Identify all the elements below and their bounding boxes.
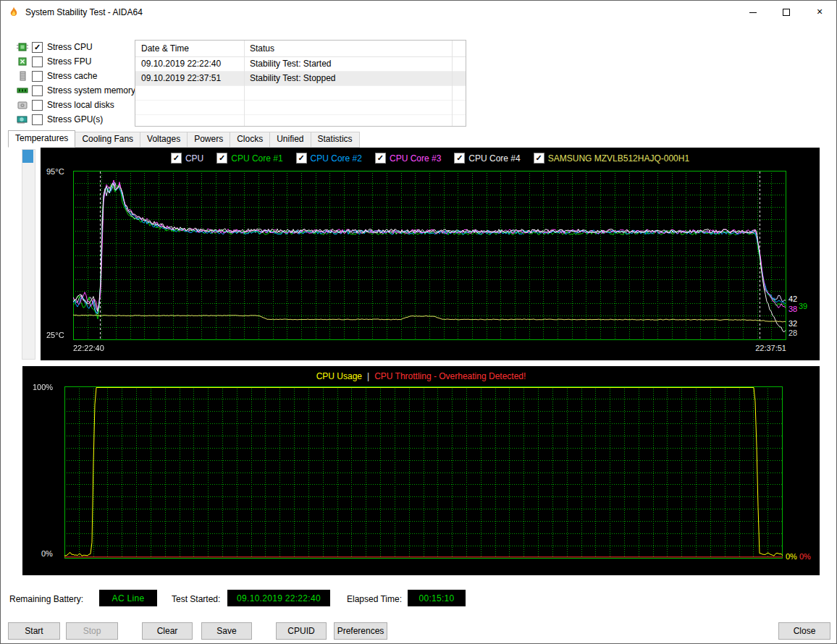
- close-button[interactable]: ×: [803, 1, 836, 24]
- log-column-datetime[interactable]: Date & Time: [141, 41, 243, 56]
- cpu-usage-chart-panel: CPU Usage | CPU Throttling - Overheating…: [22, 366, 820, 575]
- stress-option-cpu[interactable]: Stress CPU: [17, 40, 135, 54]
- window-title: System Stability Test - AIDA64: [25, 7, 143, 17]
- stress-option-memory[interactable]: Stress system memory: [17, 83, 135, 98]
- log-column-divider: [452, 41, 453, 126]
- stress-cpu-label: Stress CPU: [47, 42, 93, 52]
- log-row-empty: [135, 86, 466, 101]
- stress-memory-checkbox[interactable]: [32, 85, 43, 96]
- legend-label: CPU Core #1: [231, 153, 282, 164]
- aida64-flame-icon: [8, 7, 20, 18]
- tab-temperatures[interactable]: Temperatures: [8, 130, 75, 148]
- temp-end-values: 4239383228: [788, 148, 820, 360]
- start-button[interactable]: Start: [8, 622, 60, 640]
- legend-checkbox[interactable]: [375, 153, 386, 164]
- stress-option-cache[interactable]: Stress cache: [17, 69, 135, 83]
- stress-cache-checkbox[interactable]: [32, 71, 43, 82]
- temp-scale-slider-thumb[interactable]: [22, 150, 33, 163]
- log-row-stopped[interactable]: 09.10.2019 22:37:51 Stability Test: Stop…: [135, 72, 466, 86]
- legend-checkbox[interactable]: [216, 153, 227, 164]
- close-dialog-button[interactable]: Close: [778, 622, 830, 640]
- test-started-value-display: 09.10.2019 22:22:40: [227, 590, 330, 606]
- temp-xend-label: 22:37:51: [755, 344, 786, 352]
- tab-voltages[interactable]: Voltages: [140, 132, 188, 148]
- stress-memory-label: Stress system memory: [47, 85, 135, 96]
- usage-chart-title: CPU Usage | CPU Throttling - Overheating…: [22, 371, 820, 381]
- temperature-chart: [73, 171, 786, 340]
- stress-cache-label: Stress cache: [47, 71, 97, 81]
- legend-checkbox[interactable]: [296, 153, 307, 164]
- usage-ymin-label: 0%: [41, 549, 53, 558]
- legend-checkbox[interactable]: [171, 153, 182, 164]
- legend-item[interactable]: CPU Core #4: [454, 153, 520, 164]
- tab-statistics[interactable]: Statistics: [311, 132, 360, 148]
- preferences-button[interactable]: Preferences: [334, 622, 387, 640]
- end-value-label: 28: [788, 329, 797, 337]
- tab-powers[interactable]: Powers: [187, 132, 230, 148]
- system-stability-test-window: System Stability Test - AIDA64 × Stress …: [0, 0, 837, 644]
- legend-label: CPU Core #2: [311, 153, 362, 164]
- usage-title-separator: |: [367, 371, 369, 381]
- maximize-icon: [783, 9, 790, 16]
- usage-end-values: 0%0%: [786, 552, 813, 561]
- tab-clocks[interactable]: Clocks: [230, 132, 270, 148]
- legend-checkbox[interactable]: [534, 153, 544, 164]
- stop-button[interactable]: Stop: [66, 622, 118, 640]
- legend-item[interactable]: CPU Core #3: [375, 153, 441, 164]
- clear-button[interactable]: Clear: [142, 622, 193, 640]
- memory-icon: [17, 85, 28, 96]
- end-value-label: 42: [788, 295, 797, 303]
- throttling-end-value: 0%: [799, 552, 811, 561]
- stress-fpu-label: Stress FPU: [47, 56, 91, 67]
- log-cell-datetime: 09.10.2019 22:37:51: [141, 72, 243, 85]
- stress-disks-checkbox[interactable]: [32, 100, 43, 111]
- window-controls: ×: [736, 1, 836, 24]
- disk-icon: [17, 99, 28, 111]
- log-cell-datetime: 09.10.2019 22:22:40: [141, 57, 243, 71]
- battery-label: Remaining Battery:: [9, 594, 83, 604]
- legend-item[interactable]: CPU Core #2: [296, 153, 362, 164]
- stress-gpu-checkbox[interactable]: [32, 114, 43, 125]
- legend-item[interactable]: SAMSUNG MZVLB512HAJQ-000H1: [534, 153, 689, 164]
- log-column-status[interactable]: Status: [250, 41, 445, 56]
- temperature-chart-panel: CPUCPU Core #1CPU Core #2CPU Core #3CPU …: [41, 148, 820, 360]
- legend-checkbox[interactable]: [454, 153, 465, 164]
- stress-gpu-label: Stress GPU(s): [47, 114, 103, 124]
- log-table-header: Date & Time Status: [135, 41, 466, 57]
- fpu-icon: [17, 56, 28, 67]
- log-row-empty: [135, 115, 466, 127]
- log-cell-status: Stability Test: Stopped: [250, 72, 445, 85]
- usage-ymax-label: 100%: [33, 383, 53, 391]
- temp-ymax-label: 95°C: [46, 167, 64, 176]
- temp-scale-slider[interactable]: [22, 149, 35, 360]
- maximize-button[interactable]: [770, 1, 803, 24]
- tab-unified[interactable]: Unified: [269, 132, 311, 148]
- save-button[interactable]: Save: [201, 622, 252, 640]
- end-value-label: 39: [799, 302, 807, 310]
- temp-xstart-label: 22:22:40: [73, 344, 104, 352]
- chart-tabs: Temperatures Cooling Fans Voltages Power…: [8, 132, 359, 148]
- stress-option-disks[interactable]: Stress local disks: [17, 98, 135, 112]
- test-started-label: Test Started:: [172, 594, 220, 604]
- minimize-button[interactable]: [736, 1, 770, 24]
- stress-option-fpu[interactable]: Stress FPU: [17, 54, 135, 69]
- stress-fpu-checkbox[interactable]: [32, 56, 43, 67]
- titlebar[interactable]: System Stability Test - AIDA64 ×: [1, 1, 836, 24]
- cpu-icon: [17, 41, 28, 53]
- legend-item[interactable]: CPU Core #1: [216, 153, 282, 164]
- legend-label: CPU Core #4: [468, 153, 520, 164]
- elapsed-time-value-display: 00:15:10: [408, 590, 466, 606]
- log-row-started[interactable]: 09.10.2019 22:22:40 Stability Test: Star…: [135, 57, 466, 72]
- cpuid-button[interactable]: CPUID: [276, 622, 327, 640]
- legend-item[interactable]: CPU: [171, 153, 203, 164]
- log-cell-status: Stability Test: Started: [250, 57, 445, 71]
- cpu-usage-chart: [64, 386, 783, 559]
- stress-cpu-checkbox[interactable]: [32, 42, 43, 53]
- usage-title-text: CPU Usage: [316, 371, 362, 381]
- stability-log-table: Date & Time Status 09.10.2019 22:22:40 S…: [135, 40, 466, 127]
- end-value-label: 38: [788, 305, 797, 313]
- tab-cooling-fans[interactable]: Cooling Fans: [75, 132, 140, 148]
- usage-end-value: 0%: [786, 552, 797, 561]
- stress-option-gpu[interactable]: Stress GPU(s): [17, 112, 135, 127]
- stress-disks-label: Stress local disks: [47, 100, 114, 110]
